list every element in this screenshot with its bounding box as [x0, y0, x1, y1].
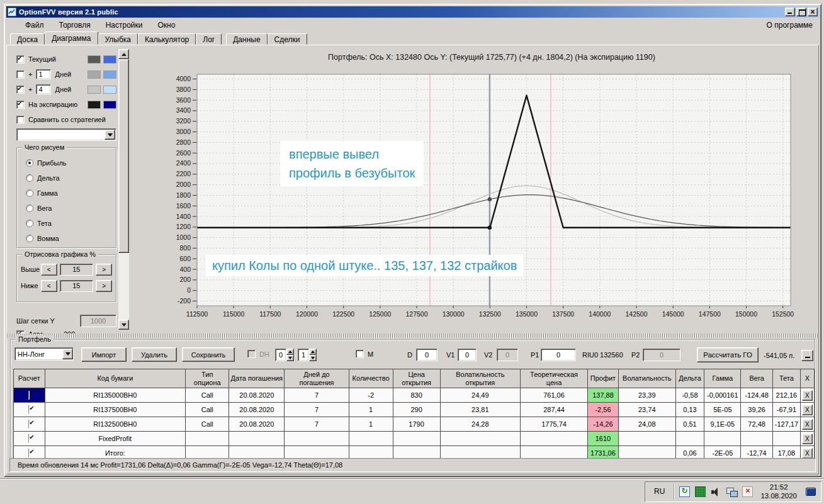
menu-about[interactable]: О программе: [767, 21, 819, 30]
p1-input[interactable]: 0: [541, 349, 576, 361]
increase-button[interactable]: >: [96, 264, 112, 276]
update-tray-icon[interactable]: [679, 486, 690, 497]
spinner-2-down-button[interactable]: [309, 355, 317, 361]
close-button[interactable]: [808, 8, 818, 16]
tab-Улыбка[interactable]: Улыбка: [98, 33, 138, 45]
radio-option-Прибыль[interactable]: Прибыль: [22, 155, 111, 171]
row-checkbox[interactable]: [28, 434, 30, 443]
row-checkbox[interactable]: [28, 420, 30, 428]
offline-flag-icon[interactable]: [742, 486, 753, 497]
tab-Калькулятор[interactable]: Калькулятор: [138, 33, 196, 45]
tab-Данные[interactable]: Данные: [226, 33, 267, 45]
radio-option-Гамма[interactable]: Гамма: [22, 186, 111, 201]
dh-label: DH: [259, 350, 269, 358]
v1-input[interactable]: 0: [458, 349, 477, 361]
delete-button[interactable]: Удалить: [132, 347, 177, 362]
row-delete-button[interactable]: X: [802, 419, 813, 430]
radio-option-Тета[interactable]: Тета: [22, 216, 111, 231]
series-checkbox[interactable]: [16, 86, 25, 94]
days-input[interactable]: 1: [36, 69, 51, 79]
grid-step-input[interactable]: 1000: [80, 315, 116, 327]
language-indicator[interactable]: RU: [650, 487, 669, 496]
data-cell: 0,51: [675, 417, 704, 432]
svg-text:142500: 142500: [625, 310, 647, 318]
data-cell: [186, 432, 229, 446]
spinner-2-up-button[interactable]: [309, 349, 317, 355]
series-checkbox[interactable]: [16, 70, 25, 79]
horizontal-splitter[interactable]: [7, 333, 818, 338]
spinner-1-down-button[interactable]: [286, 355, 294, 361]
row-checkbox[interactable]: [28, 405, 30, 414]
p2-input[interactable]: 0: [643, 349, 680, 361]
column-header: Дата погашения: [229, 369, 285, 388]
data-cell: -2,56: [588, 403, 619, 417]
dh-checkbox[interactable]: [247, 350, 256, 358]
decrease-button[interactable]: <: [41, 280, 57, 292]
network-icon[interactable]: [726, 486, 737, 497]
tab-Сделки[interactable]: Сделки: [268, 33, 307, 45]
radio-option-Вега[interactable]: Вега: [22, 201, 111, 216]
scroll-down-button[interactable]: [118, 320, 129, 330]
row-checkbox[interactable]: [28, 449, 30, 457]
minimize-button[interactable]: [785, 8, 795, 16]
data-cell: 7: [285, 417, 349, 432]
d-input[interactable]: 0: [416, 349, 437, 361]
row-checkbox[interactable]: [28, 391, 30, 400]
calc-margin-button[interactable]: Рассчитать ГО: [697, 347, 759, 362]
maximize-button[interactable]: [796, 8, 806, 16]
tab-Лог[interactable]: Лог: [196, 33, 222, 45]
portfolio-select[interactable]: НН-Лонг: [14, 347, 74, 361]
taskbar[interactable]: RU 21:52 13.08.2020: [0, 478, 824, 504]
security-code-cell: RI135000BH0: [45, 388, 186, 403]
color-swatch: [87, 70, 101, 79]
volume-icon[interactable]: [711, 486, 721, 497]
spinner-1-up-button[interactable]: [286, 349, 294, 355]
days-input[interactable]: 4: [36, 84, 51, 94]
strategy-compare-dropdown[interactable]: [16, 128, 116, 141]
terminal-tray-icon[interactable]: [695, 486, 706, 497]
dropdown-arrow-button[interactable]: [104, 130, 115, 140]
series-checkbox[interactable]: [16, 55, 25, 64]
spinner-2-value[interactable]: 1: [298, 349, 309, 361]
svg-text:130000: 130000: [443, 310, 465, 318]
increase-button[interactable]: >: [96, 280, 112, 292]
m-checkbox[interactable]: [356, 350, 364, 358]
delete-cell: X: [800, 388, 814, 403]
data-cell: 7: [285, 388, 349, 403]
collapse-button[interactable]: [801, 350, 813, 361]
row-delete-button[interactable]: X: [802, 448, 813, 459]
tray-clock[interactable]: 21:52 13.08.2020: [758, 483, 799, 500]
spinner-1-value[interactable]: 0: [275, 349, 286, 361]
v2-input[interactable]: 0: [497, 349, 518, 361]
svg-text:4000: 4000: [176, 75, 191, 82]
row-delete-button[interactable]: X: [802, 405, 813, 415]
sidebar-scrollbar[interactable]: [118, 49, 129, 330]
row-delete-button[interactable]: X: [802, 390, 813, 401]
row-delete-button[interactable]: X: [802, 434, 813, 444]
decrease-button[interactable]: <: [41, 264, 57, 276]
tab-Диаграмма[interactable]: Диаграмма: [45, 31, 98, 45]
radio-option-Дельта[interactable]: Дельта: [22, 171, 111, 186]
radio-option-Вомма[interactable]: Вомма: [22, 231, 111, 246]
show-desktop-icon[interactable]: [806, 488, 816, 496]
scrollbar-thumb[interactable]: [118, 59, 129, 253]
menu-item-Окно[interactable]: Окно: [150, 20, 183, 31]
data-cell: 20.08.2020: [229, 403, 285, 417]
tab-Доска[interactable]: Доска: [10, 33, 45, 45]
menu-item-Торговля[interactable]: Торговля: [52, 20, 98, 31]
portfolio-select-arrow[interactable]: [62, 349, 73, 359]
menu-item-Файл[interactable]: Файл: [18, 20, 52, 31]
render-range-row: Выше<15>: [21, 262, 112, 276]
range-value[interactable]: 15: [60, 280, 94, 292]
svg-text:400: 400: [179, 266, 191, 273]
menu-item-Настройки[interactable]: Настройки: [98, 20, 150, 31]
range-value[interactable]: 15: [60, 264, 94, 276]
import-button[interactable]: Импорт: [81, 347, 127, 362]
series-checkbox[interactable]: [16, 101, 25, 109]
save-button[interactable]: Сохранить: [182, 347, 235, 362]
radio-label: Гамма: [37, 189, 58, 197]
plus-label: +: [28, 86, 32, 93]
scroll-up-button[interactable]: [118, 49, 129, 59]
series-checkbox[interactable]: [16, 116, 25, 124]
chart-plot[interactable]: -200020040060080010001200140016001800200…: [164, 70, 819, 325]
